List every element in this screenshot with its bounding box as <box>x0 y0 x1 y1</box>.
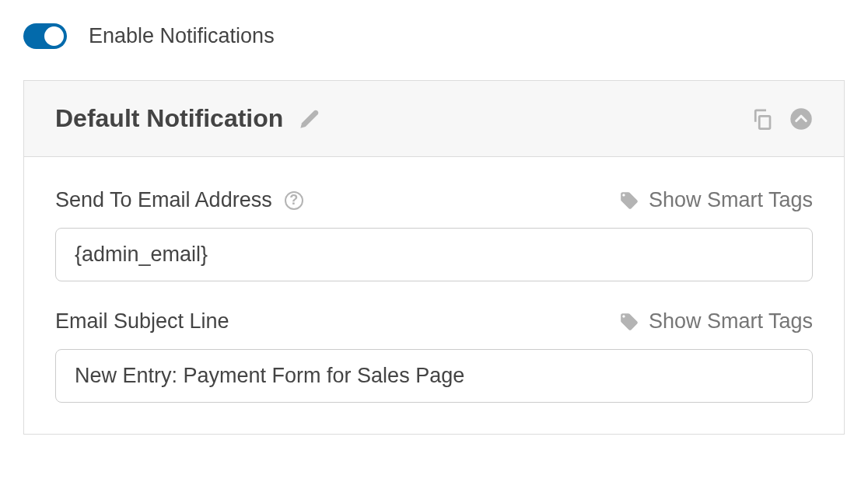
notification-panel: Default Notification <box>23 80 845 435</box>
svg-rect-0 <box>759 116 770 128</box>
enable-notifications-row: Enable Notifications <box>23 23 845 49</box>
subject-input[interactable] <box>55 349 813 403</box>
send-to-smart-tags-label: Show Smart Tags <box>649 188 813 212</box>
subject-field-group: Email Subject Line Show Smart Tags <box>55 309 813 403</box>
subject-field-header: Email Subject Line Show Smart Tags <box>55 309 813 334</box>
toggle-knob <box>44 26 64 46</box>
tag-icon <box>619 312 639 332</box>
panel-body: Send To Email Address ? Show Smart Tags <box>24 157 844 434</box>
subject-smart-tags-button[interactable]: Show Smart Tags <box>619 309 813 334</box>
send-to-input[interactable] <box>55 228 813 281</box>
chevron-up-icon[interactable] <box>789 107 813 131</box>
subject-smart-tags-label: Show Smart Tags <box>649 309 813 334</box>
subject-label: Email Subject Line <box>55 309 229 334</box>
panel-title: Default Notification <box>55 104 283 133</box>
enable-notifications-label: Enable Notifications <box>89 24 275 48</box>
send-to-field-header: Send To Email Address ? Show Smart Tags <box>55 188 813 212</box>
help-icon[interactable]: ? <box>285 191 303 210</box>
tag-icon <box>619 190 639 211</box>
panel-actions <box>751 107 813 131</box>
send-to-field-group: Send To Email Address ? Show Smart Tags <box>55 188 813 281</box>
svg-point-1 <box>790 108 812 130</box>
send-to-label: Send To Email Address <box>55 188 272 212</box>
panel-header: Default Notification <box>24 81 844 157</box>
send-to-label-wrap: Send To Email Address ? <box>55 188 303 212</box>
subject-label-wrap: Email Subject Line <box>55 309 229 334</box>
enable-notifications-toggle[interactable] <box>23 23 67 49</box>
copy-icon[interactable] <box>751 107 774 131</box>
panel-title-wrap: Default Notification <box>55 104 320 133</box>
edit-icon[interactable] <box>299 108 320 130</box>
send-to-smart-tags-button[interactable]: Show Smart Tags <box>619 188 813 212</box>
